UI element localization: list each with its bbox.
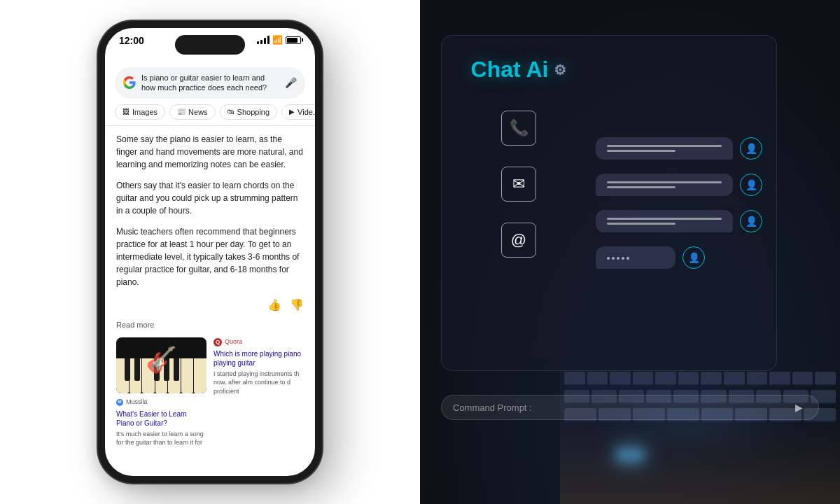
card-quora-source: Q Quora bbox=[214, 337, 304, 347]
tab-images-label: Images bbox=[132, 108, 158, 116]
tab-bar: 🖼 Images 📰 News 🛍 Shopping ▶ Vide... bbox=[105, 104, 315, 125]
user-avatar-2: 👤 bbox=[740, 210, 762, 232]
chat-bubble-column: 👤 👤 bbox=[596, 50, 762, 356]
chat-card: Chat Ai ⚙ 📞 ✉ @ 👤 bbox=[441, 35, 777, 371]
at-icon-button[interactable]: @ bbox=[501, 223, 536, 258]
chat-left-column: Chat Ai ⚙ 📞 ✉ @ bbox=[456, 50, 582, 356]
feedback-row: 👍 👎 bbox=[116, 297, 304, 314]
phone-mockup: 12:00 📶 I bbox=[98, 21, 322, 483]
card-quora-desc: I started playing instruments th now, af… bbox=[214, 370, 304, 396]
message-bubble-3 bbox=[596, 210, 733, 232]
phone-icon: 📞 bbox=[510, 119, 528, 137]
ai-avatar-1: 👤 bbox=[740, 174, 762, 196]
search-bar[interactable]: Is piano or guitar easier to learn and h… bbox=[115, 67, 305, 99]
chat-ai-title: Chat Ai ⚙ bbox=[471, 57, 567, 83]
chat-bubble-1: 👤 bbox=[596, 137, 762, 160]
read-more-link[interactable]: Read more bbox=[116, 319, 304, 331]
tab-news[interactable]: 📰 News bbox=[169, 104, 216, 120]
keyboard-simulation bbox=[560, 364, 840, 504]
signal-icon bbox=[257, 36, 270, 44]
right-panel: Chat Ai ⚙ 📞 ✉ @ 👤 bbox=[420, 0, 840, 504]
tab-images[interactable]: 🖼 Images bbox=[115, 104, 165, 120]
chat-bubble-2: 👤 bbox=[596, 174, 762, 196]
news-tab-icon: 📰 bbox=[177, 108, 186, 115]
chat-bubble-4: 👤 bbox=[596, 246, 762, 269]
paragraph-2: Others say that it's easier to learn cho… bbox=[116, 179, 304, 217]
paragraph-1: Some say the piano is easier to learn, a… bbox=[116, 133, 304, 171]
thumbs-up-icon[interactable]: 👍 bbox=[267, 297, 281, 314]
chat-icon-list: 📞 ✉ @ bbox=[501, 111, 536, 258]
card-mussila[interactable]: 🎸 M Mussila What's Easier to Learn Piano… bbox=[116, 337, 206, 447]
status-icons: 📶 bbox=[257, 35, 301, 45]
tab-news-label: News bbox=[188, 108, 208, 116]
wifi-icon: 📶 bbox=[272, 35, 283, 45]
shopping-tab-icon: 🛍 bbox=[227, 108, 234, 115]
videos-tab-icon: ▶ bbox=[289, 108, 295, 115]
user-avatar-1: 👤 bbox=[740, 137, 762, 160]
card-mussila-desc: It's much easier to learn a song for the… bbox=[116, 430, 206, 447]
google-logo bbox=[123, 76, 136, 89]
images-tab-icon: 🖼 bbox=[122, 108, 130, 115]
left-panel: 12:00 📶 I bbox=[0, 0, 420, 504]
battery-icon bbox=[286, 36, 301, 44]
tab-videos-label: Vide... bbox=[298, 108, 315, 116]
card-mussila-image: 🎸 bbox=[116, 337, 206, 393]
person-icon-1: 👤 bbox=[746, 143, 757, 154]
phone-icon-button[interactable]: 📞 bbox=[501, 111, 536, 146]
thumbs-down-icon[interactable]: 👎 bbox=[290, 297, 304, 314]
mail-icon-button[interactable]: ✉ bbox=[501, 167, 536, 202]
person-icon-4: 👤 bbox=[688, 252, 700, 263]
search-query-text: Is piano or guitar easier to learn and h… bbox=[141, 73, 279, 93]
result-cards: 🎸 M Mussila What's Easier to Learn Piano… bbox=[116, 337, 304, 447]
at-sign-icon: @ bbox=[511, 231, 526, 249]
tab-videos[interactable]: ▶ Vide... bbox=[281, 104, 315, 120]
ai-avatar-2: 👤 bbox=[682, 246, 705, 269]
content-area: Some say the piano is easier to learn, a… bbox=[105, 133, 315, 476]
command-prompt-label: Command Prompt : bbox=[453, 402, 532, 413]
chat-bubble-3: 👤 bbox=[596, 210, 762, 232]
message-bubble-1 bbox=[596, 137, 733, 160]
command-prompt-bar[interactable]: Command Prompt : ▶ bbox=[441, 395, 819, 420]
quora-logo: Q bbox=[214, 338, 222, 346]
mic-icon[interactable]: 🎤 bbox=[284, 76, 297, 89]
paragraph-3: Music teachers often recommend that begi… bbox=[116, 225, 304, 288]
card-quora-title: Which is more playing piano playing guit… bbox=[214, 349, 304, 368]
person-icon-3: 👤 bbox=[746, 216, 757, 227]
phone-content: Is piano or guitar easier to learn and h… bbox=[105, 63, 315, 476]
message-bubble-2 bbox=[596, 174, 733, 196]
content-divider bbox=[105, 125, 315, 126]
send-button[interactable]: ▶ bbox=[790, 399, 807, 416]
tab-shopping-label: Shopping bbox=[237, 108, 270, 116]
mail-icon: ✉ bbox=[512, 175, 525, 193]
card-quora[interactable]: Q Quora Which is more playing piano play… bbox=[214, 337, 304, 447]
tab-shopping[interactable]: 🛍 Shopping bbox=[220, 104, 278, 120]
dynamic-island bbox=[175, 35, 245, 55]
status-time: 12:00 bbox=[119, 35, 144, 46]
person-icon-2: 👤 bbox=[746, 179, 757, 190]
key-glow bbox=[616, 448, 644, 462]
card-mussila-title: What's Easier to Learn Piano or Guitar? bbox=[116, 410, 206, 428]
typing-bubble bbox=[596, 246, 676, 269]
gear-icon: ⚙ bbox=[554, 62, 566, 78]
card-mussila-source: M Mussila bbox=[116, 398, 206, 407]
mussila-logo: M bbox=[116, 399, 123, 406]
